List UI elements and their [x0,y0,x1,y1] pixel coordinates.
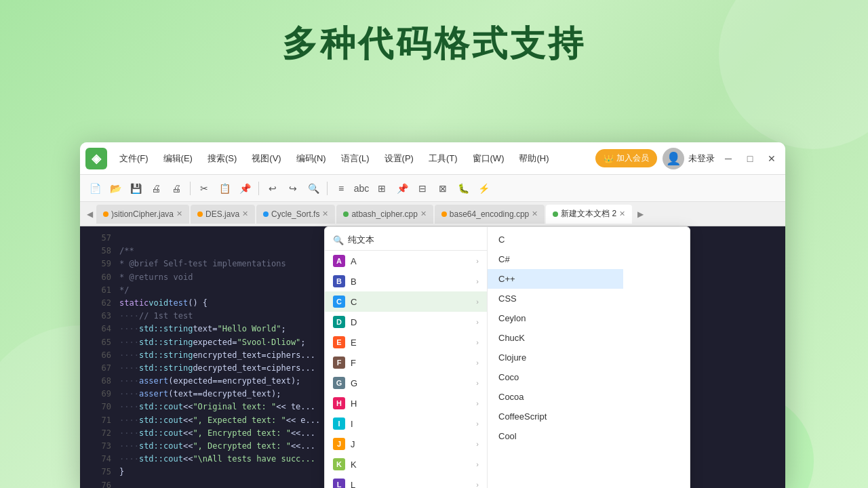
language-dropdown: 🔍 纯文本 AA›BB›CC›DD›EE›FF›GG›HH›II›JJ›KK›L… [324,226,690,488]
lang-letter-badge: F [333,357,345,369]
title-bar-right: 👑 加入会员 👤 未登录 ─ □ ✕ [595,148,780,169]
menu-item-3[interactable]: 视图(V) [245,150,288,167]
chevron-right-icon: › [476,298,479,306]
user-area[interactable]: 👤 未登录 [663,148,715,169]
chevron-right-icon: › [476,379,479,387]
tab-des[interactable]: DES.java ✕ [191,205,255,224]
page-title: 多种代码格式支持 [0,0,868,68]
paste-btn[interactable]: 📌 [235,179,254,198]
sublang-item-ceylon[interactable]: Ceylon [488,308,623,328]
open-btn[interactable]: 📂 [106,179,125,198]
menu-item-2[interactable]: 搜索(S) [201,150,243,167]
tab-arrow-right[interactable]: ▶ [633,207,647,221]
chevron-right-icon: › [476,399,479,407]
save-btn[interactable]: 💾 [126,179,145,198]
tab-label: atbash_cipher.cpp [351,209,417,219]
menu-item-1[interactable]: 编辑(E) [157,150,199,167]
sublang-item-cool[interactable]: Cool [488,426,623,446]
menu-item-7[interactable]: 工具(T) [422,150,465,167]
chevron-right-icon: › [476,318,479,326]
lang-letter-badge: E [333,336,345,348]
close-button[interactable]: ✕ [764,150,780,167]
sublang-item-coco[interactable]: Coco [488,367,623,387]
lightning-btn[interactable]: ⚡ [474,179,493,198]
save-all-btn[interactable]: 🖨 [146,179,165,198]
lang-letter-item-c[interactable]: CC› [325,291,487,312]
tab-close[interactable]: ✕ [420,209,427,218]
tab-cyclesort[interactable]: Cycle_Sort.fs ✕ [256,205,335,224]
lang-letter-badge: K [333,458,345,470]
tab-label: )sitionCipher.java [111,209,174,219]
search-btn[interactable]: 🔍 [304,179,323,198]
align-btn[interactable]: ⊞ [372,179,391,198]
lang-letter-item-g[interactable]: GG› [325,373,487,393]
logo-icon: ◈ [92,151,101,166]
chevron-right-icon: › [476,277,479,285]
tab-label: Cycle_Sort.fs [271,209,319,219]
tab-positioncipher[interactable]: )sitionCipher.java ✕ [96,205,189,224]
print-btn[interactable]: 🖨 [167,179,186,198]
sublang-item-clojure[interactable]: Clojure [488,348,623,367]
lang-letter-label: F [351,358,356,368]
tab-close[interactable]: ✕ [176,209,182,218]
lang-letter-item-k[interactable]: KK› [325,454,487,474]
sublang-item-coffeescript[interactable]: CoffeeScript [488,407,623,426]
sublang-item-cocoa[interactable]: Cocoa [488,387,623,407]
menu-item-9[interactable]: 帮助(H) [512,150,555,167]
tab-atbash[interactable]: atbash_cipher.cpp ✕ [336,205,433,224]
menu-item-4[interactable]: 编码(N) [290,150,333,167]
copy-btn[interactable]: 📋 [215,179,234,198]
lang-letter-item-a[interactable]: AA› [325,251,487,271]
lang-letter-item-h[interactable]: HH› [325,393,487,413]
lang-letter-item-f[interactable]: FF› [325,352,487,373]
table-btn[interactable]: ⊟ [413,179,432,198]
menu-bar: 文件(F)编辑(E)搜索(S)视图(V)编码(N)语言(L)设置(P)工具(T)… [113,150,595,167]
lang-letter-badge: D [333,316,345,328]
minimize-button[interactable]: ─ [720,150,736,167]
bug-btn[interactable]: 🐛 [454,179,473,198]
join-member-button[interactable]: 👑 加入会员 [595,149,657,167]
lang-letter-item-i[interactable]: II› [325,413,487,434]
tab-close[interactable]: ✕ [619,209,625,218]
new-file-btn[interactable]: 📄 [85,179,104,198]
lang-letter-badge: C [333,296,345,308]
app-logo: ◈ [85,148,107,169]
sublang-item-chuck[interactable]: ChucK [488,328,623,348]
lang-letter-item-j[interactable]: JJ› [325,434,487,454]
tab-arrow-left[interactable]: ◀ [83,207,96,221]
hex-btn[interactable]: ⊠ [433,179,452,198]
tab-close[interactable]: ✕ [532,209,538,218]
tab-base64[interactable]: base64_encoding.cpp ✕ [435,205,545,224]
sublang-list: CC#C++CSSCeylonChucKClojureCocoCocoaCoff… [488,227,623,488]
redo-btn[interactable]: ↪ [283,179,302,198]
menu-item-8[interactable]: 窗口(W) [466,150,511,167]
undo-btn[interactable]: ↩ [263,179,282,198]
sublang-item-c++[interactable]: C++ [488,269,623,289]
menu-item-5[interactable]: 语言(L) [334,150,376,167]
maximize-button[interactable]: □ [742,150,758,167]
sublang-item-c#[interactable]: C# [488,249,623,269]
menu-item-6[interactable]: 设置(P) [378,150,420,167]
sublang-item-c[interactable]: C [488,230,623,249]
pin-btn[interactable]: 📌 [393,179,412,198]
lang-letter-item-e[interactable]: EE› [325,332,487,352]
lang-letter-label: E [351,338,357,348]
tab-dot [197,211,203,217]
chevron-right-icon: › [476,359,479,367]
menu-item-0[interactable]: 文件(F) [113,150,155,167]
user-label: 未登录 [688,152,715,165]
tab-close[interactable]: ✕ [322,209,328,218]
tab-close[interactable]: ✕ [242,209,248,218]
line-numbers: 57585960 61626364 65666768 69707172 7374… [80,226,114,488]
lang-search-text: 纯文本 [348,234,374,246]
lang-letter-item-d[interactable]: DD› [325,312,487,332]
abc-btn[interactable]: abc [352,179,371,198]
list-btn[interactable]: ≡ [332,179,351,198]
lang-letter-item-b[interactable]: BB› [325,271,487,291]
join-label: 加入会员 [616,152,649,164]
sublang-item-css[interactable]: CSS [488,289,623,308]
tab-dot [553,211,558,217]
tab-newdoc[interactable]: 新建文本文档 2 ✕ [546,205,632,224]
lang-letter-item-l[interactable]: LL› [325,474,487,488]
cut-btn[interactable]: ✂ [195,179,214,198]
